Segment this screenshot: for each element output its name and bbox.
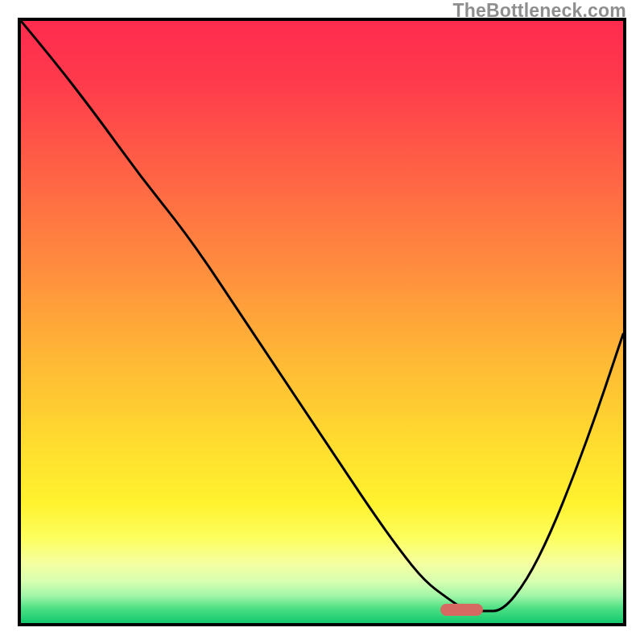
bottleneck-curve bbox=[21, 21, 623, 623]
chart-frame bbox=[18, 18, 626, 626]
curve-path bbox=[21, 21, 623, 611]
optimal-marker bbox=[440, 604, 482, 616]
